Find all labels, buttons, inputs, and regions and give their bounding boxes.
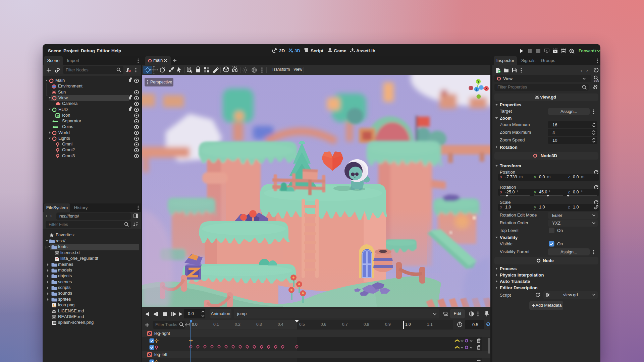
svg-text:DOC: DOC [594,79,599,82]
svg-text:Y: Y [477,80,480,83]
svg-text:Z: Z [476,87,478,91]
svg-text:X: X [485,87,488,90]
svg-text:T: T [56,258,58,261]
